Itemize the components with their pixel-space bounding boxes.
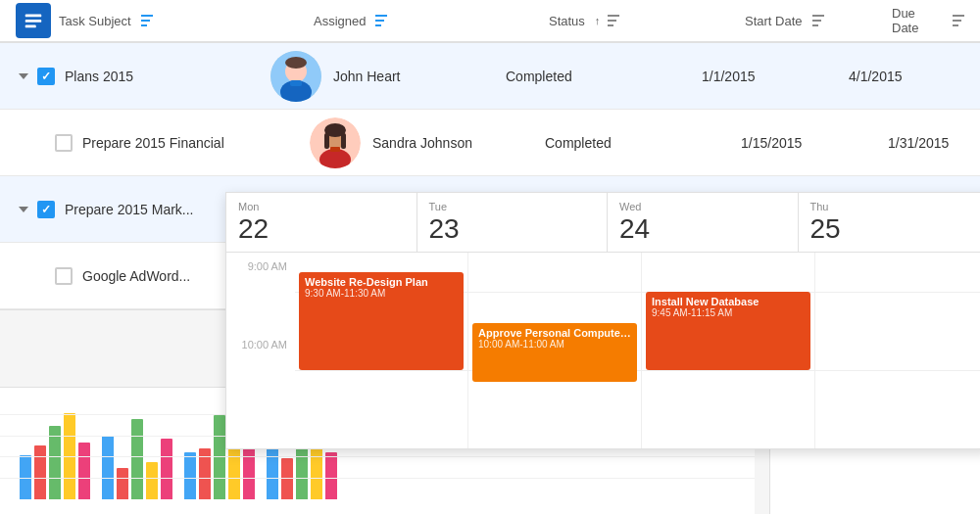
day-num-mon: 22 bbox=[238, 213, 269, 244]
event-install-database[interactable]: Install New Database 9:45 AM-11:15 AM bbox=[646, 292, 810, 370]
event-title-3: Install New Database bbox=[652, 296, 805, 307]
expand-icon-1[interactable] bbox=[16, 69, 31, 84]
calendar-header: Mon 22 Tue 23 Wed 24 Thu 25 bbox=[226, 193, 980, 253]
svg-rect-13 bbox=[341, 133, 346, 149]
event-website-redesign[interactable]: Website Re-Design Plan 9:30 AM-11:30 AM bbox=[299, 272, 464, 370]
chart-group-2 bbox=[102, 419, 172, 499]
cal-col-wed: Install New Database 9:45 AM-11:15 AM bbox=[642, 253, 815, 448]
cal-day-wed: Wed 24 bbox=[608, 193, 799, 252]
calendar-body-wrapper: 9:00 AM 10:00 AM Website Re-Design Plan … bbox=[226, 253, 980, 448]
cal-col-mon: Website Re-Design Plan 9:30 AM-11:30 AM bbox=[295, 253, 468, 448]
bar-4-2 bbox=[281, 458, 293, 499]
bar-3-1 bbox=[184, 452, 196, 499]
col-header-startdate[interactable]: Start Date bbox=[745, 14, 892, 28]
col-header-status[interactable]: Status ↑ bbox=[549, 14, 745, 28]
assigned-name-1: John Heart bbox=[333, 69, 400, 84]
avatar-john bbox=[270, 51, 321, 102]
assigned-cell-2: Sandra Johnson bbox=[310, 117, 545, 168]
status-cell-2: Completed bbox=[545, 134, 741, 152]
table-row: Plans 2015 John Heart Complete bbox=[0, 43, 980, 110]
time-label-9am: 9:00 AM bbox=[248, 260, 287, 272]
chart-group-1 bbox=[20, 413, 90, 499]
bar-3-2 bbox=[199, 448, 211, 499]
task-name-4: Google AdWord... bbox=[82, 268, 190, 284]
startdate-cell-2: 1/15/2015 bbox=[741, 134, 888, 152]
duedate-cell-1: 4/1/2015 bbox=[849, 68, 964, 85]
calendar-grid: Website Re-Design Plan 9:30 AM-11:30 AM … bbox=[295, 253, 980, 448]
duedate-cell-2: 1/31/2015 bbox=[888, 134, 964, 152]
startdate-cell-1: 1/1/2015 bbox=[702, 68, 849, 85]
event-title-2: Approve Personal Computer... bbox=[478, 327, 631, 339]
col-header-duedate[interactable]: Due Date bbox=[892, 6, 964, 35]
bar-2-1 bbox=[102, 436, 114, 499]
task-name-1: Plans 2015 bbox=[65, 69, 133, 84]
event-time-3: 9:45 AM-11:15 AM bbox=[652, 307, 805, 318]
assigned-cell-1: John Heart bbox=[270, 51, 506, 102]
checkbox-2[interactable] bbox=[55, 134, 73, 152]
checkbox-3[interactable] bbox=[37, 201, 55, 218]
bar-4-5 bbox=[325, 452, 337, 499]
app-icon bbox=[16, 3, 51, 38]
col-status-label: Status bbox=[549, 14, 585, 28]
bar-1-2 bbox=[34, 445, 46, 499]
expand-icon-3[interactable] bbox=[16, 202, 31, 217]
bar-3-5 bbox=[243, 443, 255, 499]
day-num-thu: 25 bbox=[810, 213, 841, 244]
col-assigned-label: Assigned bbox=[314, 14, 366, 28]
event-approve-computer[interactable]: Approve Personal Computer... 10:00 AM-11… bbox=[472, 323, 637, 382]
svg-point-6 bbox=[285, 57, 307, 69]
checkbox-4[interactable] bbox=[55, 267, 73, 285]
svg-rect-1 bbox=[25, 20, 42, 23]
event-title-1: Website Re-Design Plan bbox=[305, 276, 458, 288]
svg-rect-2 bbox=[25, 25, 36, 28]
table-header: Task Subject Assigned Status ↑ bbox=[0, 0, 980, 43]
time-labels: 9:00 AM 10:00 AM bbox=[226, 253, 295, 448]
day-name-thu: Thu bbox=[810, 201, 978, 212]
bar-2-3 bbox=[131, 419, 143, 499]
calendar-overlay: Mon 22 Tue 23 Wed 24 Thu 25 9:00 AM 10:0… bbox=[225, 192, 980, 449]
duedate-text-1: 4/1/2015 bbox=[849, 69, 903, 84]
day-num-tue: 23 bbox=[429, 213, 460, 244]
bar-4-1 bbox=[267, 448, 278, 499]
event-time-1: 9:30 AM-11:30 AM bbox=[305, 288, 458, 299]
cal-day-tue: Tue 23 bbox=[417, 193, 609, 252]
bar-1-4 bbox=[64, 413, 75, 499]
bar-1-3 bbox=[49, 426, 61, 499]
duedate-text-2: 1/31/2015 bbox=[888, 135, 949, 151]
filter-icon-task[interactable] bbox=[141, 15, 153, 26]
filter-icon-status[interactable] bbox=[608, 15, 619, 26]
day-name-mon: Mon bbox=[238, 201, 405, 212]
col-startdate-label: Start Date bbox=[745, 14, 803, 28]
task-cell-2: Prepare 2015 Financial bbox=[55, 134, 310, 152]
status-text-2: Completed bbox=[545, 135, 612, 151]
day-name-tue: Tue bbox=[429, 201, 596, 212]
col-header-assigned[interactable]: Assigned bbox=[314, 14, 549, 28]
filter-icon-assigned[interactable] bbox=[375, 15, 387, 26]
filter-icon-startdate[interactable] bbox=[812, 15, 824, 26]
bar-2-5 bbox=[161, 439, 172, 499]
cal-day-mon: Mon 22 bbox=[226, 193, 417, 252]
time-label-10am: 10:00 AM bbox=[242, 339, 287, 350]
avatar-sandra bbox=[310, 117, 361, 168]
table-row: Prepare 2015 Financial S bbox=[0, 110, 980, 176]
bar-1-1 bbox=[20, 455, 31, 499]
assigned-name-2: Sandra Johnson bbox=[372, 135, 472, 151]
col-duedate-label: Due Date bbox=[892, 6, 943, 35]
startdate-text-1: 1/1/2015 bbox=[702, 69, 756, 84]
status-cell-1: Completed bbox=[506, 68, 702, 85]
task-name-2: Prepare 2015 Financial bbox=[82, 135, 224, 151]
day-num-wed: 24 bbox=[619, 213, 650, 244]
event-time-2: 10:00 AM-11:00 AM bbox=[478, 339, 631, 350]
svg-rect-0 bbox=[25, 15, 42, 18]
task-cell-1: Plans 2015 bbox=[16, 68, 270, 85]
bar-2-2 bbox=[117, 468, 128, 499]
cal-day-thu: Thu 25 bbox=[799, 193, 981, 252]
svg-rect-7 bbox=[290, 80, 302, 86]
checkbox-1[interactable] bbox=[37, 68, 55, 85]
task-name-3: Prepare 2015 Mark... bbox=[65, 202, 194, 217]
col-header-task[interactable]: Task Subject bbox=[59, 14, 314, 28]
col-task-label: Task Subject bbox=[59, 14, 131, 28]
sort-up-icon[interactable]: ↑ bbox=[595, 15, 601, 26]
day-name-wed: Wed bbox=[619, 201, 786, 212]
filter-icon-duedate[interactable] bbox=[953, 15, 964, 26]
